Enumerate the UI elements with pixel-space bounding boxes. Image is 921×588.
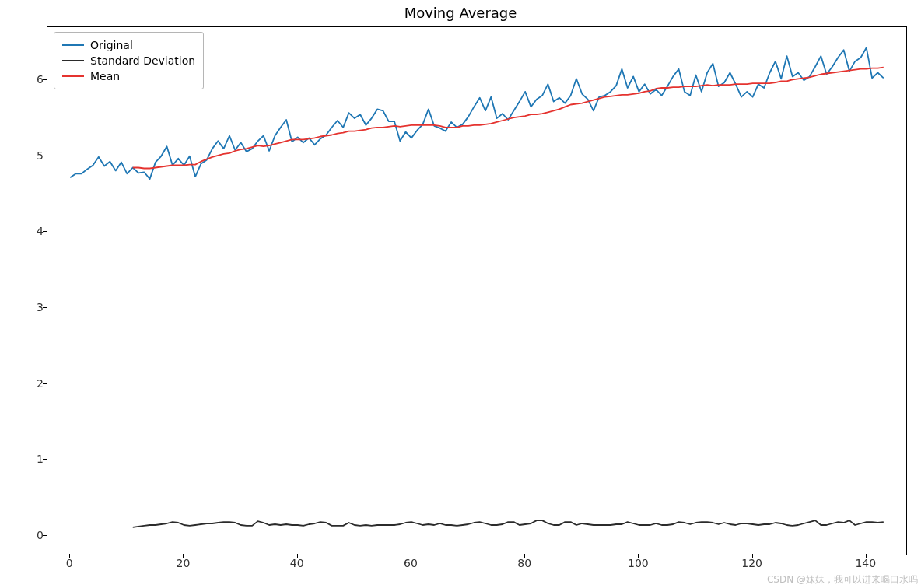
xtick-mark — [866, 554, 867, 558]
legend-item-original: Original — [62, 37, 195, 53]
ytick-label: 4 — [12, 225, 44, 237]
xtick-mark — [638, 554, 639, 558]
legend: Original Standard Deviation Mean — [54, 32, 204, 89]
ytick-label: 3 — [12, 301, 44, 313]
series-mean — [133, 68, 884, 169]
legend-swatch — [62, 60, 84, 61]
xtick-label: 100 — [628, 557, 649, 569]
xtick-label: 140 — [855, 557, 876, 569]
xtick-label: 40 — [290, 557, 304, 569]
ytick-label: 0 — [12, 529, 44, 541]
legend-swatch — [62, 75, 84, 77]
xtick-mark — [524, 554, 525, 558]
ytick-mark — [43, 231, 47, 232]
xtick-mark — [69, 554, 70, 558]
xtick-mark — [183, 554, 184, 558]
ytick-mark — [43, 459, 47, 460]
ytick-label: 2 — [12, 377, 44, 390]
ytick-mark — [43, 383, 47, 384]
legend-label: Original — [90, 37, 133, 53]
xtick-mark — [297, 554, 298, 558]
watermark-text: CSDN @妹妹，我可以进来喝口水吗 — [767, 573, 918, 586]
figure: Moving Average Original Standard Deviati… — [0, 0, 921, 588]
ytick-label: 1 — [12, 453, 44, 465]
series-standard-deviation — [133, 520, 884, 527]
plot-canvas — [47, 27, 906, 555]
legend-label: Standard Deviation — [90, 53, 195, 68]
xtick-label: 60 — [404, 557, 418, 569]
ytick-label: 5 — [12, 149, 44, 162]
axes: Original Standard Deviation Mean — [47, 26, 907, 555]
ytick-label: 6 — [12, 73, 44, 86]
xtick-label: 0 — [66, 557, 73, 569]
chart-title: Moving Average — [0, 5, 921, 21]
xtick-mark — [411, 554, 411, 558]
ytick-mark — [43, 307, 47, 308]
legend-item-std: Standard Deviation — [62, 53, 195, 68]
xtick-mark — [752, 554, 753, 558]
ytick-mark — [43, 79, 47, 80]
legend-label: Mean — [90, 68, 120, 84]
xtick-label: 20 — [177, 557, 191, 569]
ytick-mark — [43, 535, 47, 536]
legend-item-mean: Mean — [62, 68, 195, 84]
ytick-mark — [43, 156, 47, 156]
xtick-label: 120 — [741, 557, 762, 569]
legend-swatch — [62, 44, 84, 46]
xtick-label: 80 — [517, 557, 531, 569]
